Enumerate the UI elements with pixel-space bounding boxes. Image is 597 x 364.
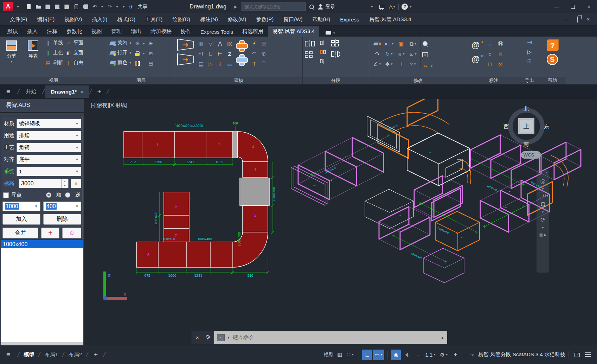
viewcube-top-face[interactable]: 上 [518,118,534,134]
command-caret-icon[interactable]: ▼ [227,336,230,339]
elevation-input[interactable]: 3000 ▲▼ [19,179,69,188]
help-s-button[interactable]: S [547,54,558,65]
width-combo[interactable]: 1000▼ [2,202,40,211]
layer-on-button[interactable]: 打开▼ [109,49,132,57]
modify-flip-button[interactable]: ⊾▼ [409,51,417,57]
grid-toggle-icon[interactable]: ▦ [335,350,345,360]
doc-menu-icon[interactable]: ≡ [0,88,17,96]
polar-toggle-icon[interactable]: ▭▼ [373,350,384,360]
modify-panel-label[interactable]: 修改 [369,77,467,84]
menu-draw[interactable]: 绘图(D) [167,13,195,25]
layer-manager-button[interactable]: ▤ [148,59,154,68]
dim-spiral-x-button[interactable]: @x [471,41,480,49]
menu-file[interactable]: 文件(F) [5,13,32,25]
command-input[interactable]: >_ ▼ 键入命令 ▲ [214,331,447,344]
toolbar-customize-caret-icon[interactable]: ▼ [122,5,125,8]
login-button[interactable]: 登录 [326,4,335,10]
layout-menu-icon[interactable]: ≡ [0,351,17,359]
circle-button[interactable]: ⊙ [62,228,81,238]
usage-select[interactable]: 排烟▼ [17,131,81,140]
align-select[interactable]: 底平▼ [17,155,81,164]
show-motion-icon[interactable]: ▦▶ [539,232,546,237]
app-menu-caret-icon[interactable]: ▼ [17,5,19,8]
navbar-close-icon[interactable]: × [544,171,549,175]
merge-button[interactable]: 合并 [2,228,38,238]
doc-minimize-button[interactable]: — [563,17,568,22]
ribbon-tab-parametric[interactable]: 参数化 [62,26,87,37]
duct-draw-button[interactable]: ➜ [177,39,194,51]
ribbon-tab-view[interactable]: 视图 [87,26,107,37]
share-icon[interactable]: ✈ [129,4,134,10]
fitting-tee-button[interactable]: ⊦⊺ [198,51,204,57]
search-expand-icon[interactable]: ▶ [234,5,237,9]
save-icon[interactable] [45,4,51,9]
single-line-button[interactable]: ∥单线 [45,39,63,47]
fitting-h-button[interactable]: ⊢ [218,51,222,57]
help-caret-icon[interactable]: ▼ [409,5,412,8]
layer-thaw-button[interactable]: ☀ [148,39,154,48]
menu-tools[interactable]: 工具(T) [140,13,167,25]
tool-arc-dash-button[interactable]: ◠ [252,51,256,57]
tab-model[interactable]: 模型 [20,351,38,358]
view-cube[interactable]: 北 西 东 南 上 [507,107,546,146]
size-list[interactable]: 1000x400 [1,240,83,342]
export-doc-button[interactable]: ⇥ [527,39,532,46]
app-store-cart-icon[interactable] [379,4,385,9]
menu-dimension[interactable]: 标注(N) [195,13,223,25]
modify-move-button[interactable]: ✥▼ [385,61,393,68]
plan-view-button[interactable]: ▱平面 [65,39,83,47]
modify-rotate-button[interactable]: ↻▼ [385,51,393,57]
menu-modify[interactable]: 修改(M) [223,13,251,25]
segment-single-button[interactable] [320,40,326,45]
ribbon-display-toggle[interactable]: ▼ [323,30,338,37]
menu-yizhi-plugin[interactable]: 易智.风管 ADS3.4 [364,13,416,25]
menu-help[interactable]: 帮助(H) [307,13,335,25]
export-play-button[interactable]: ▷ [527,49,532,55]
viewcube-north[interactable]: 北 [524,106,529,112]
delete-button[interactable]: 删除 [43,214,81,225]
section-button[interactable]: 分节 ▼ [2,39,21,63]
spin-down-icon[interactable]: ▼ [62,184,68,188]
fullscreen-icon[interactable] [572,350,582,360]
system-select[interactable]: 1▼ [17,167,81,176]
modify-angle-button[interactable]: ∠▼ [373,61,381,68]
status-menu-icon[interactable] [583,350,593,360]
close-button[interactable]: × [581,0,597,13]
plugin-status-label[interactable]: 易智.风管分段 ScatADS 3.4 水猫科技 [478,351,565,358]
menu-parametric[interactable]: 参数(P) [251,13,278,25]
segment-point-button[interactable] [320,59,326,64]
autodesk-app-caret-icon[interactable]: ▼ [393,5,396,8]
layer-off-button[interactable]: 关闭▼ [109,39,132,47]
tab-start[interactable]: 开始 [20,85,42,98]
osnap-toggle-icon[interactable]: ◉ [391,350,401,360]
ribbon-tab-addins[interactable]: 附加模块 [146,26,176,37]
fitting-reducer-button[interactable]: ▽ [208,40,213,47]
height-combo[interactable]: 400▼ [43,202,81,211]
modify-trim-button[interactable]: ⊥ [399,61,403,68]
tool-valve-button[interactable]: ⊕ [262,51,266,57]
autodesk-app-icon[interactable]: △ [389,4,393,10]
modify-erase-button[interactable] [374,43,381,45]
modify-scale-button[interactable]: ⧉▼ [410,41,417,47]
menu-edit[interactable]: 编辑(E) [32,13,59,25]
plus-button[interactable]: + [41,228,59,238]
fitting-ix-button[interactable]: IX [227,41,232,47]
elevation-view-button[interactable]: ◧立面 [65,49,83,57]
tool-monitor-button[interactable]: ⊟ [262,40,266,47]
ribbon-tab-collaborate[interactable]: 协作 [176,26,196,37]
ucs-icon[interactable]: Z X [103,272,127,300]
ribbon-tab-manage[interactable]: 管理 [107,26,126,37]
export-panel-label[interactable]: 导出 [520,77,539,84]
save-as-icon[interactable] [54,4,60,9]
tab-drawing1[interactable]: Drawing1*× [45,85,89,98]
cross-blue-fitting-button[interactable] [237,55,247,65]
transfer-icon[interactable] [73,4,79,9]
steering-wheel-icon[interactable]: ◎ [540,175,546,187]
app-logo-icon[interactable]: A [3,2,13,11]
segment-split-button[interactable] [305,40,315,47]
maximize-button[interactable] [565,0,581,13]
modify-stretch-button[interactable]: ▣ [399,41,404,47]
ribbon-tab-featured[interactable]: 精选应用 [238,26,268,37]
modify-spark-button[interactable]: ✳ [422,51,433,59]
fitting-stack-button[interactable]: ▤ [199,61,204,67]
